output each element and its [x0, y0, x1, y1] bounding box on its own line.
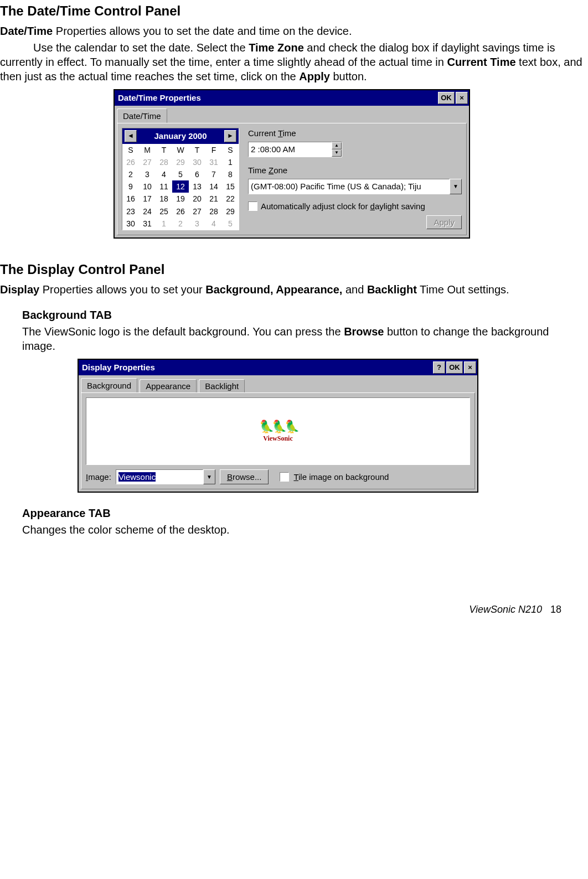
calendar-day[interactable]: 11	[156, 180, 172, 193]
calendar-day[interactable]: 2	[172, 218, 189, 230]
bold-term: Apply	[299, 70, 330, 82]
calendar-day[interactable]: 13	[189, 180, 205, 193]
ok-button[interactable]: OK	[438, 92, 455, 104]
bold-term: Backlight	[367, 283, 417, 296]
text: button.	[330, 70, 367, 82]
help-button[interactable]: ?	[433, 361, 445, 374]
calendar-day[interactable]: 30	[189, 156, 205, 168]
dropdown-icon[interactable]: ▼	[203, 469, 215, 485]
bold-term: Display	[0, 283, 39, 296]
text: The ViewSonic logo is the default backgr…	[22, 325, 344, 338]
subheading-background: Background TAB	[22, 308, 584, 322]
text: Use the calendar to set the date. Select…	[33, 42, 249, 54]
calendar-day[interactable]: 28	[156, 156, 172, 168]
calendar-day[interactable]: 29	[222, 205, 239, 218]
calendar-day[interactable]: 25	[156, 205, 172, 218]
calendar-day[interactable]: 4	[156, 168, 172, 180]
calendar-day[interactable]: 10	[139, 180, 156, 193]
calendar-day[interactable]: 19	[172, 193, 189, 205]
calendar-day[interactable]: 17	[139, 193, 156, 205]
calendar-day[interactable]: 31	[139, 218, 156, 230]
calendar-day[interactable]: 15	[222, 180, 239, 193]
titlebar: Display Properties ? OK ×	[79, 360, 477, 375]
birds-icon: 🦜🦜🦜	[259, 419, 297, 435]
calendar-day[interactable]: 8	[222, 168, 239, 180]
calendar[interactable]: ◄ January 2000 ► SMTWTFS 262728293031123…	[122, 128, 239, 230]
timezone-value: (GMT-08:00) Pacific Time (US & Canada); …	[248, 179, 450, 194]
tab-background[interactable]: Background	[81, 378, 137, 393]
calendar-day[interactable]: 9	[122, 180, 139, 193]
calendar-day[interactable]: 23	[122, 205, 139, 218]
calendar-day[interactable]: 6	[189, 168, 205, 180]
calendar-day[interactable]: 24	[139, 205, 156, 218]
page-footer: ViewSonic N210 18	[0, 603, 584, 616]
tabs-row: Date/Time	[115, 106, 469, 123]
calendar-day[interactable]: 14	[205, 180, 222, 193]
panel: ◄ January 2000 ► SMTWTFS 262728293031123…	[117, 123, 467, 235]
calendar-day[interactable]: 26	[122, 156, 139, 168]
close-button[interactable]: ×	[456, 92, 468, 104]
calendar-day[interactable]: 18	[156, 193, 172, 205]
dropdown-icon[interactable]: ▼	[450, 179, 462, 194]
calendar-day[interactable]: 28	[205, 205, 222, 218]
tab-appearance[interactable]: Appearance	[140, 379, 197, 393]
calendar-day[interactable]: 7	[205, 168, 222, 180]
window-title: Display Properties	[82, 362, 432, 373]
time-spin-up[interactable]: ▲	[332, 142, 342, 149]
calendar-day[interactable]: 1	[156, 218, 172, 230]
dst-checkbox[interactable]	[248, 201, 257, 211]
calendar-day[interactable]: 27	[189, 205, 205, 218]
viewsonic-logo: 🦜🦜🦜 ViewSonic	[259, 419, 297, 443]
calendar-day[interactable]: 27	[139, 156, 156, 168]
calendar-grid: SMTWTFS 26272829303112345678910111213141…	[122, 144, 239, 230]
tile-checkbox[interactable]	[280, 472, 289, 482]
calendar-dow: S	[122, 144, 139, 156]
heading-display: The Display Control Panel	[0, 261, 584, 278]
paragraph: Display Properties allows you to set you…	[0, 282, 584, 297]
time-spin-down[interactable]: ▼	[332, 149, 342, 157]
current-time-value[interactable]: 2 :08:00 AM	[248, 142, 332, 157]
calendar-day[interactable]: 12	[172, 180, 189, 193]
dst-label: Automatically adjust clock for daylight …	[261, 201, 425, 212]
text: Time Out settings.	[417, 283, 509, 296]
browse-button[interactable]: Browse...	[220, 469, 269, 485]
calendar-day[interactable]: 26	[172, 205, 189, 218]
current-time-input[interactable]: 2 :08:00 AM ▲ ▼	[248, 142, 342, 157]
next-month-button[interactable]: ►	[224, 130, 236, 142]
calendar-day[interactable]: 22	[222, 193, 239, 205]
dst-row: Automatically adjust clock for daylight …	[248, 201, 462, 212]
calendar-day[interactable]: 2	[122, 168, 139, 180]
close-button[interactable]: ×	[464, 361, 476, 374]
image-combo[interactable]: Viewsonic ▼	[116, 469, 215, 485]
prev-month-button[interactable]: ◄	[125, 130, 137, 142]
panel: 🦜🦜🦜 ViewSonic Image: Viewsonic ▼ Browse.…	[81, 392, 475, 490]
calendar-day[interactable]: 31	[205, 156, 222, 168]
apply-button[interactable]: Apply	[426, 215, 462, 229]
calendar-day[interactable]: 5	[172, 168, 189, 180]
calendar-month-label: January 2000	[154, 131, 207, 142]
datetime-dialog: Date/Time Properties OK × Date/Time ◄ Ja…	[114, 89, 470, 239]
bold-term: Date/Time	[0, 25, 53, 37]
calendar-day[interactable]: 5	[222, 218, 239, 230]
calendar-day[interactable]: 29	[172, 156, 189, 168]
calendar-day[interactable]: 3	[139, 168, 156, 180]
calendar-day[interactable]: 16	[122, 193, 139, 205]
tab-datetime[interactable]: Date/Time	[117, 108, 167, 123]
paragraph: Date/Time Properties allows you to set t…	[0, 24, 584, 38]
timezone-combo[interactable]: (GMT-08:00) Pacific Time (US & Canada); …	[248, 179, 462, 194]
ok-button[interactable]: OK	[446, 361, 463, 374]
bold-term: Browse	[344, 325, 384, 338]
calendar-day[interactable]: 3	[189, 218, 205, 230]
current-time-label: Current Time	[248, 128, 462, 139]
calendar-day[interactable]: 30	[122, 218, 139, 230]
logo-text: ViewSonic	[259, 435, 297, 443]
paragraph: Use the calendar to set the date. Select…	[0, 40, 584, 84]
footer-brand: ViewSonic N210	[469, 604, 542, 615]
tab-backlight[interactable]: Backlight	[199, 379, 245, 393]
calendar-day[interactable]: 1	[222, 156, 239, 168]
calendar-day[interactable]: 21	[205, 193, 222, 205]
calendar-dow: S	[222, 144, 239, 156]
paragraph: The ViewSonic logo is the default backgr…	[22, 324, 584, 353]
calendar-day[interactable]: 20	[189, 193, 205, 205]
calendar-day[interactable]: 4	[205, 218, 222, 230]
